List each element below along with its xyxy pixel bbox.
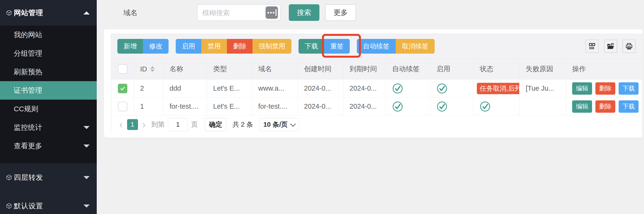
disable-button[interactable]: 禁用 <box>201 39 227 54</box>
sidebar-item-label: 四层转发 <box>14 173 43 182</box>
enable-button[interactable]: 启用 <box>176 39 201 54</box>
cell-enabled <box>430 80 474 97</box>
column-header-id: ID <box>140 65 147 73</box>
sidebar-item-my-websites[interactable]: 我的网站 <box>0 26 97 44</box>
sort-icon[interactable] <box>150 66 154 72</box>
goto-confirm-button[interactable]: 确定 <box>205 118 226 131</box>
chevron-down-icon <box>290 121 296 127</box>
chevron-down-icon <box>84 204 90 208</box>
sidebar-item-label: 证书管理 <box>14 86 42 95</box>
cell-expires: 2024-0... <box>343 98 386 115</box>
chevron-down-icon <box>84 126 90 129</box>
search-button[interactable]: 搜索 <box>289 4 320 21</box>
more-button[interactable]: 更多 <box>325 4 356 21</box>
select-all-checkbox[interactable] <box>118 64 127 74</box>
cell-actions: 编辑 删除 下载 <box>566 80 642 97</box>
sidebar-item-refresh-preheat[interactable]: 刷新预热 <box>0 63 97 81</box>
row-delete-button[interactable]: 删除 <box>596 82 615 95</box>
cell-domain: www.a... <box>252 80 298 97</box>
cell-status: 任务取消,后列 <box>474 80 520 97</box>
table-row: 1 for-test.... Let's E... for-test.... 2… <box>111 98 642 116</box>
page-size-value: 10 条/页 <box>263 120 288 129</box>
cell-created: 2024-0... <box>298 98 343 115</box>
row-checkbox[interactable] <box>118 102 127 111</box>
print-button[interactable] <box>622 40 636 53</box>
cell-name: ddd <box>163 80 207 97</box>
export-button[interactable] <box>604 40 617 53</box>
table-row: 2 ddd Let's E... www.a... 2024-0... 2024… <box>111 80 642 98</box>
sidebar-item-group-management[interactable]: 分组管理 <box>0 44 97 63</box>
resign-button[interactable]: 重签 <box>324 39 350 54</box>
sidebar-item-label: 我的网站 <box>14 30 42 40</box>
sidebar-header-label: 网站管理 <box>14 8 43 18</box>
search-input-wrap <box>197 4 280 21</box>
row-edit-button[interactable]: 编辑 <box>572 82 592 95</box>
check-circle-icon <box>392 83 403 94</box>
page-number-button[interactable]: 1 <box>127 119 138 130</box>
cell-enabled <box>430 98 474 115</box>
row-delete-button[interactable]: 删除 <box>596 100 615 113</box>
sidebar-item-label: 查看更多 <box>14 141 42 151</box>
cell-expires: 2024-0... <box>343 80 386 97</box>
sidebar: 网站管理 我的网站 分组管理 刷新预热 证书管理 CC规则 监控统计 查看更多 … <box>0 0 97 214</box>
columns-icon <box>588 42 596 50</box>
sidebar-item-label: 刷新预热 <box>14 67 42 77</box>
sidebar-item-label: 分组管理 <box>14 49 42 58</box>
check-circle-icon <box>436 83 448 94</box>
sidebar-item-label: 默认设置 <box>14 201 43 211</box>
sidebar-item-monitor-statistics[interactable]: 监控统计 <box>0 118 97 137</box>
column-header-status: 状态 <box>474 59 520 79</box>
goto-suffix-label: 页 <box>191 120 198 129</box>
add-button[interactable]: 新增 <box>117 39 143 54</box>
row-download-button[interactable]: 下载 <box>619 100 638 113</box>
pagination: ‹ 1 › 到第 页 确定 共 2 条 10 条/页 <box>111 116 642 134</box>
force-disable-button[interactable]: 强制禁用 <box>252 39 292 54</box>
export-folder-icon <box>606 42 614 50</box>
search-input[interactable] <box>202 5 262 21</box>
sidebar-item-layer4-forwarding[interactable]: 四层转发 <box>0 163 97 192</box>
goto-page-input[interactable] <box>168 118 188 131</box>
toolbar: 新增 修改 启用 禁用 删除 强制禁用 下载 重签 自动续签 取消续签 <box>111 34 642 58</box>
sidebar-item-website-management[interactable]: 网站管理 <box>0 0 97 26</box>
cell-id: 2 <box>134 80 163 97</box>
cell-type: Let's E... <box>207 80 252 97</box>
row-download-button[interactable]: 下载 <box>619 82 638 95</box>
column-header-expires: 到期时间 <box>343 59 386 79</box>
column-header-domain: 域名 <box>252 59 298 79</box>
cell-auto-renew <box>386 80 430 97</box>
next-page-icon[interactable]: › <box>142 119 146 130</box>
chevron-down-icon <box>84 144 90 148</box>
cell-domain: for-test.... <box>252 98 298 115</box>
download-button[interactable]: 下载 <box>298 39 324 54</box>
sidebar-item-default-settings[interactable]: 默认设置 <box>0 192 97 214</box>
cancel-renew-button[interactable]: 取消续签 <box>396 39 435 54</box>
sidebar-item-view-more[interactable]: 查看更多 <box>0 137 97 155</box>
columns-settings-button[interactable] <box>586 40 599 53</box>
printer-icon <box>625 42 633 50</box>
prev-page-icon[interactable]: ‹ <box>119 119 123 130</box>
modify-button[interactable]: 修改 <box>143 39 168 54</box>
cell-name: for-test.... <box>163 98 207 115</box>
autofill-keyboard-icon[interactable] <box>266 6 278 19</box>
total-count-label: 共 2 条 <box>232 120 253 129</box>
column-header-actions: 操作 <box>566 59 642 79</box>
table-container: 新增 修改 启用 禁用 删除 强制禁用 下载 重签 自动续签 取消续签 <box>111 34 642 133</box>
sidebar-item-cc-rules[interactable]: CC规则 <box>0 100 97 118</box>
column-header-enabled: 启用 <box>430 59 474 79</box>
sidebar-item-label: 监控统计 <box>14 123 42 132</box>
domain-filter-label: 域名 <box>123 8 138 18</box>
row-checkbox[interactable] <box>118 84 127 93</box>
sidebar-item-certificate-management[interactable]: 证书管理 <box>0 81 97 100</box>
cell-fail-reason: [Tue Ju... <box>520 80 566 97</box>
chevron-up-icon <box>84 12 90 14</box>
auto-renew-button[interactable]: 自动续签 <box>357 39 396 54</box>
row-edit-button[interactable]: 编辑 <box>572 100 592 113</box>
page-size-select[interactable]: 10 条/页 <box>259 118 299 131</box>
chevron-down-icon <box>84 176 90 179</box>
column-header-name: 名称 <box>163 59 207 79</box>
delete-button[interactable]: 删除 <box>227 39 252 54</box>
cell-status <box>474 98 520 115</box>
sidebar-submenu: 我的网站 分组管理 刷新预热 证书管理 CC规则 监控统计 查看更多 <box>0 26 97 163</box>
status-badge: 任务取消,后列 <box>477 83 520 94</box>
column-header-created: 创建时间 <box>298 59 343 79</box>
